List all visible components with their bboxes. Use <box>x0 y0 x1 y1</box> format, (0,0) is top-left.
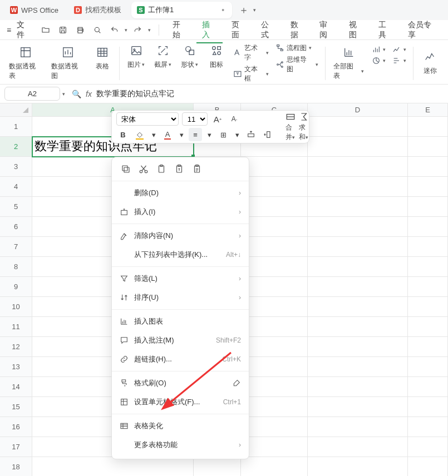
iconlib-button[interactable]: 图标 <box>203 42 230 72</box>
bar-chart-button[interactable]: ▾ <box>392 56 406 65</box>
cell-D5[interactable] <box>308 197 408 217</box>
ctx-delete[interactable]: 删除(D)› <box>112 184 249 202</box>
ctx-format-painter[interactable]: 格式刷(O) <box>112 374 249 393</box>
chevron-down-icon[interactable]: ▾ <box>253 7 256 13</box>
menutab-review[interactable]: 审阅 <box>314 17 340 43</box>
pie-chart-button[interactable]: ▾ <box>372 56 386 65</box>
cell-C7[interactable] <box>241 237 308 257</box>
row-header[interactable]: 15 <box>0 397 32 417</box>
row-header[interactable]: 6 <box>0 217 32 237</box>
menutab-view[interactable]: 视图 <box>343 17 370 43</box>
pivottable-button[interactable]: 数据透视表 <box>4 44 47 83</box>
decrease-font-button[interactable]: A- <box>228 112 241 126</box>
undo-icon[interactable] <box>107 23 121 37</box>
font-select[interactable]: 宋体 <box>116 112 179 126</box>
ctx-insert-comment[interactable]: 插入批注(M)Shift+F2 <box>112 331 249 350</box>
ctx-insert[interactable]: 插入(I)› <box>112 202 249 221</box>
row-insert-button[interactable] <box>244 128 258 141</box>
formula-input[interactable] <box>96 90 330 98</box>
row-header[interactable]: 10 <box>0 297 32 317</box>
cell-E12[interactable] <box>408 337 448 357</box>
chevron-down-icon[interactable]: ▾ <box>205 128 213 141</box>
row-header[interactable]: 7 <box>0 237 32 257</box>
row-header[interactable]: 18 <box>0 457 32 476</box>
redo-icon[interactable] <box>131 23 145 37</box>
cell-D15[interactable] <box>308 397 408 417</box>
line-chart-button[interactable]: ▾ <box>392 45 406 54</box>
row-header[interactable]: 17 <box>0 437 32 457</box>
cell-C15[interactable] <box>241 397 308 417</box>
cell-D13[interactable] <box>308 357 408 377</box>
ctx-beautify[interactable]: 表格美化 <box>112 416 249 435</box>
cell-D17[interactable] <box>308 437 408 457</box>
cell-D6[interactable] <box>308 217 408 237</box>
chevron-down-icon[interactable]: ▾ <box>125 27 127 33</box>
chevron-down-icon[interactable]: ▾ <box>233 128 241 141</box>
cell-E6[interactable] <box>408 217 448 237</box>
cell-D8[interactable] <box>308 257 408 277</box>
search-icon[interactable]: 🔍 <box>72 90 81 98</box>
ctx-dropdown-select[interactable]: 从下拉列表中选择(K)...Alt+↓ <box>112 245 249 264</box>
cell-E13[interactable] <box>408 357 448 377</box>
pivotchart-button[interactable]: 数据透视图 <box>47 44 89 83</box>
fill-color-button[interactable]: ◇ <box>133 128 146 141</box>
row-header[interactable]: 4 <box>0 177 32 197</box>
add-tab-button[interactable]: ＋ <box>234 3 253 17</box>
tab-workbook[interactable]: S 工作簿1 • <box>131 2 232 18</box>
cell-C6[interactable] <box>241 217 308 237</box>
menutab-vip[interactable]: 会员专享 <box>402 17 444 43</box>
copy-icon[interactable] <box>121 164 131 174</box>
save-icon[interactable] <box>56 23 70 37</box>
ctx-more[interactable]: 更多表格功能› <box>112 435 249 454</box>
cell-C10[interactable] <box>241 297 308 317</box>
allcharts-button[interactable]: 全部图表▾ <box>329 44 368 83</box>
row-header[interactable]: 16 <box>0 417 32 437</box>
select-all-corner[interactable] <box>0 103 32 117</box>
cell-C11[interactable] <box>241 317 308 337</box>
textbox-button[interactable]: 文本框▾ <box>233 65 269 83</box>
ctx-clear[interactable]: 清除内容(N)› <box>112 226 249 245</box>
cell-E1[interactable] <box>408 117 448 137</box>
cell-D12[interactable] <box>308 337 408 357</box>
cell-D14[interactable] <box>308 377 408 397</box>
cell-E16[interactable] <box>408 417 448 437</box>
name-box[interactable]: A2 <box>4 87 60 101</box>
cell-E7[interactable] <box>408 237 448 257</box>
row-header[interactable]: 14 <box>0 377 32 397</box>
row-header[interactable]: 2 <box>0 137 32 157</box>
font-size-select[interactable]: 11 <box>182 112 208 126</box>
table-button[interactable]: 表格 <box>89 44 116 73</box>
ctx-cell-format[interactable]: 设置单元格格式(F)...Ctrl+1 <box>112 393 249 411</box>
menutab-start[interactable]: 开始 <box>167 17 193 43</box>
chevron-down-icon[interactable]: ▾ <box>148 27 151 33</box>
col-chart-button[interactable]: ▾ <box>372 45 386 54</box>
cell-C5[interactable] <box>241 197 308 217</box>
cell-C14[interactable] <box>241 377 308 397</box>
hamburger-icon[interactable]: ≡ <box>4 24 13 36</box>
row-header[interactable]: 1 <box>0 117 32 137</box>
cell-D11[interactable] <box>308 317 408 337</box>
tab-template[interactable]: D 找稻壳模板 <box>68 2 129 18</box>
col-insert-button[interactable] <box>261 128 274 141</box>
cell-C17[interactable] <box>241 437 308 457</box>
cell-C8[interactable] <box>241 257 308 277</box>
chevron-down-icon[interactable]: ▾ <box>150 128 157 141</box>
flowchart-button[interactable]: 流程图▾ <box>275 43 318 53</box>
cell-C16[interactable] <box>241 417 308 437</box>
image-button[interactable]: 图片▾ <box>123 42 150 72</box>
cut-icon[interactable] <box>139 164 149 174</box>
cell-D4[interactable] <box>308 177 408 197</box>
cell-D9[interactable] <box>308 277 408 297</box>
menutab-formula[interactable]: 公式 <box>255 17 282 43</box>
cell-E11[interactable] <box>408 317 448 337</box>
ctx-hyperlink[interactable]: 超链接(H)...Ctrl+K <box>112 350 249 369</box>
chevron-down-icon[interactable]: ▾ <box>178 128 185 141</box>
ctx-filter[interactable]: 筛选(L)› <box>112 269 249 288</box>
ctx-insert-chart[interactable]: 插入图表 <box>112 312 249 331</box>
row-header[interactable]: 12 <box>0 337 32 357</box>
cell-D7[interactable] <box>308 237 408 257</box>
cell-C18[interactable] <box>241 457 308 476</box>
row-header[interactable]: 11 <box>0 317 32 337</box>
screenshot-button[interactable]: 截屏▾ <box>150 42 176 72</box>
shape-button[interactable]: 形状▾ <box>176 42 203 72</box>
